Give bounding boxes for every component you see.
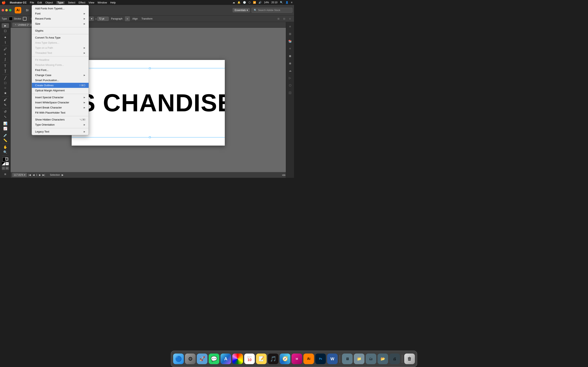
font-size-field[interactable]: 72 pt bbox=[97, 17, 109, 21]
notifications-icon: 🔔 bbox=[237, 1, 241, 4]
pathfinder-icon[interactable]: ◫ bbox=[287, 89, 293, 96]
direct-selection-tool[interactable]: ◻ bbox=[2, 28, 9, 33]
hand-tool[interactable]: ✋ bbox=[2, 145, 9, 150]
app-logo-text: Ai bbox=[16, 8, 20, 12]
app-name-menu[interactable]: Illustrator CC bbox=[10, 1, 26, 4]
scroll-right-button[interactable]: ▶ bbox=[284, 174, 286, 176]
paragraph-button[interactable]: Paragraph bbox=[110, 17, 124, 21]
menu-object[interactable]: Object bbox=[45, 1, 53, 4]
handle-bm bbox=[149, 136, 151, 138]
text-wrap-icon[interactable]: ≡ bbox=[287, 45, 293, 52]
menu-item-find-font[interactable]: Find Font... bbox=[32, 67, 89, 73]
libraries-panel-icon[interactable]: 📚 bbox=[287, 38, 293, 44]
layers-panel-icon[interactable]: ⊞ bbox=[287, 31, 293, 37]
screen-mode-2[interactable]: ■ bbox=[6, 167, 9, 170]
menu-item-recent-fonts[interactable]: Recent Fonts ▶ bbox=[32, 16, 89, 21]
preview-icon[interactable]: ▷ bbox=[287, 75, 293, 81]
menu-window[interactable]: Window bbox=[98, 1, 107, 4]
screen-mode-1[interactable]: ◻ bbox=[2, 167, 5, 170]
line-tool[interactable]: ╱ bbox=[2, 76, 9, 80]
bridge-button[interactable]: Br bbox=[25, 7, 30, 13]
pen-tool[interactable]: 🖊 bbox=[2, 47, 9, 52]
menu-item-type-orientation[interactable]: Type Orientation ▶ bbox=[32, 122, 89, 127]
menu-help[interactable]: Help bbox=[110, 1, 116, 4]
zoom-tool[interactable]: 🔍 bbox=[2, 150, 9, 155]
rect-tool[interactable]: □ bbox=[2, 81, 9, 85]
stroke-color-box[interactable] bbox=[23, 17, 26, 21]
font-size-container: ▲ 72 pt bbox=[95, 17, 109, 21]
menu-view[interactable]: View bbox=[89, 1, 94, 4]
menu-item-optical-margin[interactable]: Optical Margin Alignment bbox=[32, 88, 89, 93]
maximize-window-button[interactable] bbox=[9, 9, 11, 11]
fill-color-box[interactable] bbox=[9, 17, 13, 21]
magic-wand-tool[interactable]: ✦ bbox=[2, 35, 9, 40]
menu-item-add-fonts[interactable]: Add Fonts from Typekit... bbox=[32, 6, 89, 11]
menu-item-insert-break[interactable]: Insert Break Character ▶ bbox=[32, 105, 89, 110]
fill-stroke-box[interactable] bbox=[2, 157, 9, 161]
properties-panel-icon[interactable]: ≡ bbox=[287, 23, 293, 30]
menu-item-show-hidden[interactable]: Show Hidden Characters ⌥⌘I bbox=[32, 117, 89, 122]
transform-button[interactable]: Transform bbox=[140, 17, 154, 21]
pencil-tool[interactable]: ✎ bbox=[2, 103, 9, 107]
curvature-tool[interactable]: ∫ bbox=[2, 57, 9, 62]
scale-tool[interactable]: ⤡ bbox=[2, 114, 9, 119]
essentials-dropdown[interactable]: Essentials ▾ bbox=[233, 8, 250, 12]
measure-tool[interactable]: 📏 bbox=[2, 138, 9, 143]
tool-sep-11 bbox=[2, 171, 9, 171]
touch-type-tool[interactable]: Ṯ bbox=[2, 69, 9, 73]
panel-menu-icon[interactable]: ≡ bbox=[287, 16, 292, 21]
menu-type[interactable]: Type bbox=[56, 1, 65, 4]
menu-item-legacy-text[interactable]: Legacy Text ▶ bbox=[32, 129, 89, 134]
menu-item-convert-area[interactable]: Convert To Area Type bbox=[32, 35, 89, 40]
type-tool[interactable]: T bbox=[2, 64, 9, 68]
menu-item-size[interactable]: Size ▶ bbox=[32, 21, 89, 26]
cloud-icon[interactable]: ☁ bbox=[287, 67, 293, 74]
stroke-box[interactable] bbox=[5, 158, 8, 160]
linked-files-icon[interactable]: ⬡ bbox=[287, 82, 293, 89]
paintbrush-tool[interactable]: 🖌 bbox=[2, 98, 9, 102]
change-case-arrow: ▶ bbox=[84, 74, 85, 76]
data-viz-tool[interactable]: 📈 bbox=[2, 126, 9, 131]
menu-file[interactable]: File bbox=[30, 1, 34, 4]
menu-select[interactable]: Select bbox=[68, 1, 75, 4]
appearance-icon[interactable]: ◉ bbox=[287, 60, 293, 67]
font-submenu-arrow: ▶ bbox=[84, 12, 85, 15]
ellipse-tool[interactable]: ○ bbox=[2, 86, 9, 90]
tool-sep-9 bbox=[2, 143, 9, 144]
scroll-left-button[interactable]: ◀ bbox=[282, 174, 284, 176]
menu-item-fill-placeholder[interactable]: Fill With PlaceHolder Text bbox=[32, 110, 89, 115]
align-button[interactable]: Align bbox=[131, 17, 139, 21]
search-menubar-icon[interactable]: 🔍 bbox=[280, 1, 283, 4]
menu-item-glyphs[interactable]: Glyphs bbox=[32, 28, 89, 33]
stroke-label: Stroke: bbox=[14, 17, 22, 20]
search-stock-input[interactable]: 🔍 Search Adobe Stock bbox=[251, 8, 292, 13]
eyedropper-tool[interactable]: 💉 bbox=[2, 133, 9, 138]
menu-effect[interactable]: Effect bbox=[79, 1, 85, 4]
none-mode-icon[interactable]: ✕ bbox=[6, 162, 9, 165]
normal-mode-icon[interactable] bbox=[2, 162, 5, 165]
star-tool[interactable]: ★ bbox=[2, 91, 9, 95]
menu-item-insert-special[interactable]: Insert Special Character ▶ bbox=[32, 95, 89, 100]
menu-item-type-on-path: Type on a Path ▶ bbox=[32, 45, 89, 50]
artboard-tool[interactable]: ⊞ bbox=[2, 172, 9, 176]
menu-edit[interactable]: Edit bbox=[37, 1, 42, 4]
minimize-window-button[interactable] bbox=[5, 9, 8, 11]
text-align-button[interactable]: ≡ bbox=[125, 16, 130, 21]
menu-item-smart-punctuation[interactable]: Smart Punctuation... bbox=[32, 78, 89, 83]
expand-panel-icon[interactable]: ⊞ bbox=[276, 16, 281, 21]
canvas-text[interactable]: ES CHANDISE bbox=[72, 89, 225, 117]
menu-item-font[interactable]: Font ▶ bbox=[32, 11, 89, 16]
chart-tool[interactable]: 📊 bbox=[2, 121, 9, 126]
apple-menu-icon[interactable]: 🍎 bbox=[2, 1, 6, 4]
lasso-tool[interactable]: ⌇ bbox=[2, 40, 9, 45]
close-window-button[interactable] bbox=[2, 9, 4, 11]
collapse-panel-icon[interactable]: ⊟ bbox=[282, 16, 287, 21]
close-tab-button[interactable]: ✕ bbox=[15, 24, 17, 26]
menu-item-insert-whitespace[interactable]: Insert WhiteSpace Character ▶ bbox=[32, 100, 89, 105]
rotate-tool[interactable]: ↺ bbox=[2, 109, 9, 114]
add-anchor-tool[interactable]: + bbox=[2, 52, 9, 57]
swatches-icon[interactable]: ◼ bbox=[287, 53, 293, 59]
selection-tool[interactable]: ▸ bbox=[2, 23, 9, 28]
menu-item-change-case[interactable]: Change Case ▶ bbox=[32, 73, 89, 78]
menu-item-create-outlines[interactable]: Create Outlines ⇧⌘O bbox=[32, 83, 89, 88]
